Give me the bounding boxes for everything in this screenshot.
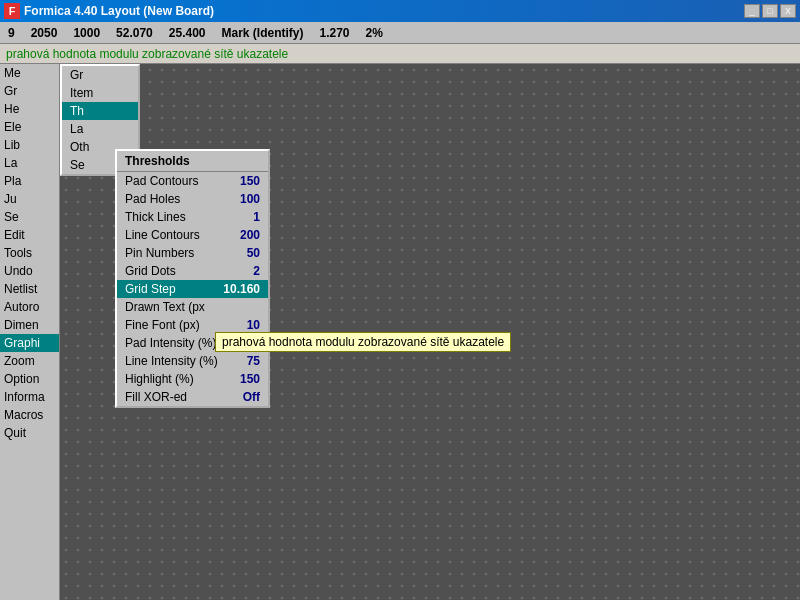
title-bar: F Formica 4.40 Layout (New Board) _ □ X	[0, 0, 800, 22]
menu-item-gr[interactable]: Gr	[62, 66, 138, 84]
sidebar-item-12[interactable]: Netlist	[0, 280, 59, 298]
menu-item-la[interactable]: La	[62, 120, 138, 138]
sidebar-item-16[interactable]: Zoom	[0, 352, 59, 370]
sidebar-item-19[interactable]: Macros	[0, 406, 59, 424]
maximize-button[interactable]: □	[762, 4, 778, 18]
thresh-value-11: 150	[240, 372, 260, 386]
sidebar-item-17[interactable]: Option	[0, 370, 59, 388]
sidebar-item-7[interactable]: Ju	[0, 190, 59, 208]
toolbar-item-1[interactable]: 2050	[27, 25, 62, 41]
toolbar-item-2[interactable]: 1000	[69, 25, 104, 41]
thresh-item-10[interactable]: Line Intensity (%)75	[117, 352, 268, 370]
sidebar-item-1[interactable]: Gr	[0, 82, 59, 100]
window-controls: _ □ X	[744, 4, 796, 18]
sidebar-item-4[interactable]: Lib	[0, 136, 59, 154]
sidebar-item-18[interactable]: Informa	[0, 388, 59, 406]
thresh-item-2[interactable]: Thick Lines1	[117, 208, 268, 226]
thresh-value-8: 10	[247, 318, 260, 332]
thresh-label-6: Grid Step	[125, 282, 176, 296]
sidebar-item-3[interactable]: Ele	[0, 118, 59, 136]
tooltip: prahová hodnota modulu zobrazované sítě …	[215, 332, 511, 352]
app-icon: F	[4, 3, 20, 19]
sidebar-item-13[interactable]: Autoro	[0, 298, 59, 316]
menu-item-item[interactable]: Item	[62, 84, 138, 102]
canvas-area: prahová hodnota modulu zobrazované sítě …	[60, 64, 800, 600]
thresh-item-7[interactable]: Drawn Text (px	[117, 298, 268, 316]
main-area: MeGrHeEleLibLaPlaJuSeEditToolsUndoNetlis…	[0, 64, 800, 600]
sidebar-item-15[interactable]: Graphi	[0, 334, 59, 352]
thresh-label-10: Line Intensity (%)	[125, 354, 218, 368]
toolbar-item-7[interactable]: 2%	[362, 25, 387, 41]
thresh-item-3[interactable]: Line Contours200	[117, 226, 268, 244]
toolbar-item-5[interactable]: Mark (Identify)	[218, 25, 308, 41]
toolbar-item-4[interactable]: 25.400	[165, 25, 210, 41]
thresh-label-9: Pad Intensity (%)	[125, 336, 216, 350]
sidebar-item-2[interactable]: He	[0, 100, 59, 118]
toolbar: 9 2050 1000 52.070 25.400 Mark (Identify…	[0, 22, 800, 44]
sidebar-item-10[interactable]: Tools	[0, 244, 59, 262]
status-text: prahová hodnota modulu zobrazované sítě …	[6, 47, 288, 61]
thresh-item-1[interactable]: Pad Holes100	[117, 190, 268, 208]
sidebar-item-9[interactable]: Edit	[0, 226, 59, 244]
menu-item-th[interactable]: Th	[62, 102, 138, 120]
thresh-value-12: Off	[243, 390, 260, 404]
sidebar-item-6[interactable]: Pla	[0, 172, 59, 190]
toolbar-item-3[interactable]: 52.070	[112, 25, 157, 41]
minimize-button[interactable]: _	[744, 4, 760, 18]
thresh-label-7: Drawn Text (px	[125, 300, 205, 314]
thresh-item-0[interactable]: Pad Contours150	[117, 172, 268, 190]
thresh-item-5[interactable]: Grid Dots2	[117, 262, 268, 280]
window-title: Formica 4.40 Layout (New Board)	[24, 4, 744, 18]
thresh-value-3: 200	[240, 228, 260, 242]
thresh-value-2: 1	[253, 210, 260, 224]
sidebar-item-0[interactable]: Me	[0, 64, 59, 82]
thresh-value-6: 10.160	[223, 282, 260, 296]
thresh-label-1: Pad Holes	[125, 192, 180, 206]
sidebar: MeGrHeEleLibLaPlaJuSeEditToolsUndoNetlis…	[0, 64, 60, 600]
sidebar-item-14[interactable]: Dimen	[0, 316, 59, 334]
toolbar-item-6[interactable]: 1.270	[316, 25, 354, 41]
thresholds-submenu: Thresholds Pad Contours150Pad Holes100Th…	[115, 149, 270, 408]
toolbar-item-0[interactable]: 9	[4, 25, 19, 41]
thresh-value-5: 2	[253, 264, 260, 278]
thresh-value-10: 75	[247, 354, 260, 368]
thresholds-header: Thresholds	[117, 151, 268, 172]
thresh-label-5: Grid Dots	[125, 264, 176, 278]
thresh-item-12[interactable]: Fill XOR-edOff	[117, 388, 268, 406]
thresh-value-1: 100	[240, 192, 260, 206]
thresh-label-4: Pin Numbers	[125, 246, 194, 260]
thresh-item-11[interactable]: Highlight (%)150	[117, 370, 268, 388]
thresh-value-4: 50	[247, 246, 260, 260]
thresh-value-0: 150	[240, 174, 260, 188]
sidebar-item-8[interactable]: Se	[0, 208, 59, 226]
thresh-label-8: Fine Font (px)	[125, 318, 200, 332]
close-button[interactable]: X	[780, 4, 796, 18]
thresh-item-4[interactable]: Pin Numbers50	[117, 244, 268, 262]
status-bar: prahová hodnota modulu zobrazované sítě …	[0, 44, 800, 64]
thresh-label-0: Pad Contours	[125, 174, 198, 188]
sidebar-item-20[interactable]: Quit	[0, 424, 59, 442]
thresh-label-3: Line Contours	[125, 228, 200, 242]
thresh-label-12: Fill XOR-ed	[125, 390, 187, 404]
sidebar-item-5[interactable]: La	[0, 154, 59, 172]
thresh-label-2: Thick Lines	[125, 210, 186, 224]
thresh-label-11: Highlight (%)	[125, 372, 194, 386]
thresh-item-6[interactable]: Grid Step10.160	[117, 280, 268, 298]
sidebar-item-11[interactable]: Undo	[0, 262, 59, 280]
